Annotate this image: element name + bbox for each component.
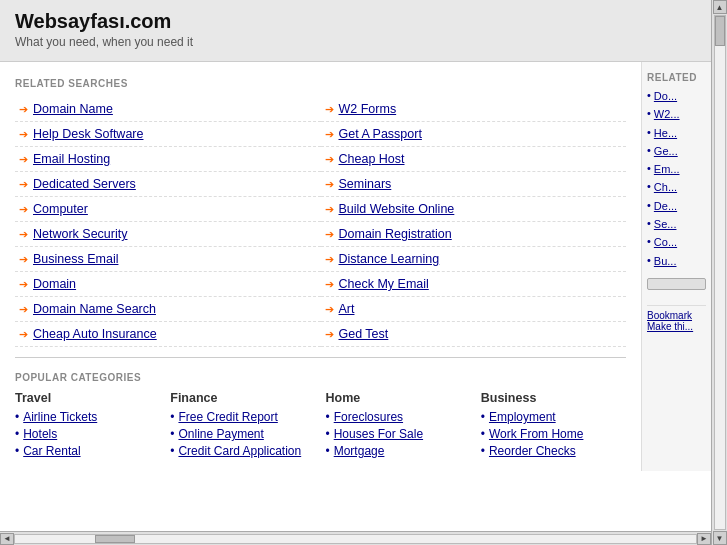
related-link-seminars[interactable]: Seminars bbox=[339, 177, 392, 191]
related-link-ged-test[interactable]: Ged Test bbox=[339, 327, 389, 341]
category-list-2: ForeclosuresHouses For SaleMortgage bbox=[326, 410, 471, 458]
category-list-item: Airline Tickets bbox=[15, 410, 160, 424]
category-finance: FinanceFree Credit ReportOnline PaymentC… bbox=[170, 391, 315, 461]
category-list-item: Foreclosures bbox=[326, 410, 471, 424]
site-title: Websayfası.com bbox=[15, 10, 696, 33]
category-title-1: Finance bbox=[170, 391, 315, 405]
sidebar-link-s-get[interactable]: Ge... bbox=[654, 144, 678, 158]
sidebar-items: •Do...•W2...•He...•Ge...•Em...•Ch...•De.… bbox=[647, 89, 706, 268]
scroll-up-arrow[interactable]: ▲ bbox=[713, 0, 727, 14]
category-title-2: Home bbox=[326, 391, 471, 405]
sidebar-link-s-build[interactable]: Bu... bbox=[654, 254, 677, 268]
related-link-art[interactable]: Art bbox=[339, 302, 355, 316]
make-label[interactable]: Make thi... bbox=[647, 321, 706, 332]
arrow-icon: ➔ bbox=[325, 203, 334, 216]
sidebar-link-s-dedicated[interactable]: De... bbox=[654, 199, 677, 213]
arrow-icon: ➔ bbox=[325, 253, 334, 266]
right-sidebar: RELATED •Do...•W2...•He...•Ge...•Em...•C… bbox=[641, 62, 711, 471]
site-subtitle: What you need, when you need it bbox=[15, 35, 696, 49]
related-link-domain-name-search[interactable]: Domain Name Search bbox=[33, 302, 156, 316]
arrow-icon: ➔ bbox=[325, 103, 334, 116]
popular-section: POPULAR CATEGORIES TravelAirline Tickets… bbox=[15, 357, 626, 461]
category-link-online-payment[interactable]: Online Payment bbox=[178, 427, 263, 441]
category-link-airline-tickets[interactable]: Airline Tickets bbox=[23, 410, 97, 424]
arrow-icon: ➔ bbox=[19, 153, 28, 166]
h-scroll-track[interactable] bbox=[14, 534, 697, 544]
arrow-icon: ➔ bbox=[325, 178, 334, 191]
related-right-item-check-my-email: ➔Check My Email bbox=[321, 272, 627, 297]
sidebar-item-s-domain: •Do... bbox=[647, 89, 706, 103]
category-link-free-credit-report[interactable]: Free Credit Report bbox=[178, 410, 277, 424]
category-link-houses-for-sale[interactable]: Houses For Sale bbox=[334, 427, 423, 441]
category-link-credit-card-application[interactable]: Credit Card Application bbox=[178, 444, 301, 458]
category-link-mortgage[interactable]: Mortgage bbox=[334, 444, 385, 458]
bullet-icon: • bbox=[647, 180, 651, 192]
sidebar-scrollbar[interactable] bbox=[647, 278, 706, 290]
related-link-cheap-auto-insurance[interactable]: Cheap Auto Insurance bbox=[33, 327, 157, 341]
bookmark-label[interactable]: Bookmark bbox=[647, 310, 706, 321]
bullet-icon: • bbox=[647, 107, 651, 119]
related-right-item-cheap-host: ➔Cheap Host bbox=[321, 147, 627, 172]
related-link-dedicated-servers[interactable]: Dedicated Servers bbox=[33, 177, 136, 191]
sidebar-link-s-seminars[interactable]: Se... bbox=[654, 217, 677, 231]
arrow-icon: ➔ bbox=[19, 253, 28, 266]
arrow-icon: ➔ bbox=[325, 228, 334, 241]
related-link-email-hosting[interactable]: Email Hosting bbox=[33, 152, 110, 166]
scroll-thumb[interactable] bbox=[715, 16, 725, 46]
related-right-item-art: ➔Art bbox=[321, 297, 627, 322]
related-link-help-desk-software[interactable]: Help Desk Software bbox=[33, 127, 143, 141]
category-business: BusinessEmploymentWork From HomeReorder … bbox=[481, 391, 626, 461]
scroll-left-arrow[interactable]: ◄ bbox=[0, 533, 14, 545]
related-right-col: ➔W2 Forms➔Get A Passport➔Cheap Host➔Semi… bbox=[321, 97, 627, 347]
sidebar-item-s-computer: •Co... bbox=[647, 235, 706, 249]
sidebar-link-s-email[interactable]: Em... bbox=[654, 162, 680, 176]
related-left-item-help-desk-software: ➔Help Desk Software bbox=[15, 122, 321, 147]
related-link-business-email[interactable]: Business Email bbox=[33, 252, 118, 266]
arrow-icon: ➔ bbox=[19, 128, 28, 141]
category-list-item: Hotels bbox=[15, 427, 160, 441]
related-link-domain[interactable]: Domain bbox=[33, 277, 76, 291]
related-link-domain-name[interactable]: Domain Name bbox=[33, 102, 113, 116]
related-link-network-security[interactable]: Network Security bbox=[33, 227, 127, 241]
related-link-get-a-passport[interactable]: Get A Passport bbox=[339, 127, 422, 141]
sidebar-link-s-computer[interactable]: Co... bbox=[654, 235, 677, 249]
related-link-check-my-email[interactable]: Check My Email bbox=[339, 277, 429, 291]
h-scroll-thumb[interactable] bbox=[95, 535, 135, 543]
sidebar-item-s-cheap: •Ch... bbox=[647, 180, 706, 194]
category-list-item: Employment bbox=[481, 410, 626, 424]
sidebar-link-s-w2[interactable]: W2... bbox=[654, 107, 680, 121]
scroll-down-arrow[interactable]: ▼ bbox=[713, 531, 727, 545]
category-link-work-from-home[interactable]: Work From Home bbox=[489, 427, 583, 441]
category-list-item: Credit Card Application bbox=[170, 444, 315, 458]
sidebar-link-s-cheap[interactable]: Ch... bbox=[654, 180, 677, 194]
scroll-right-arrow[interactable]: ► bbox=[697, 533, 711, 545]
related-left-item-domain-name: ➔Domain Name bbox=[15, 97, 321, 122]
related-link-build-website-online[interactable]: Build Website Online bbox=[339, 202, 455, 216]
scroll-track[interactable] bbox=[714, 15, 726, 530]
related-link-domain-registration[interactable]: Domain Registration bbox=[339, 227, 452, 241]
category-link-reorder-checks[interactable]: Reorder Checks bbox=[489, 444, 576, 458]
category-list-item: Car Rental bbox=[15, 444, 160, 458]
category-link-hotels[interactable]: Hotels bbox=[23, 427, 57, 441]
category-link-foreclosures[interactable]: Foreclosures bbox=[334, 410, 403, 424]
related-link-w2-forms[interactable]: W2 Forms bbox=[339, 102, 397, 116]
arrow-icon: ➔ bbox=[325, 328, 334, 341]
related-left-item-business-email: ➔Business Email bbox=[15, 247, 321, 272]
arrow-icon: ➔ bbox=[325, 303, 334, 316]
category-link-employment[interactable]: Employment bbox=[489, 410, 556, 424]
horizontal-scrollbar[interactable]: ◄ ► bbox=[0, 531, 711, 545]
related-link-computer[interactable]: Computer bbox=[33, 202, 88, 216]
sidebar-item-s-dedicated: •De... bbox=[647, 199, 706, 213]
sidebar-link-s-help[interactable]: He... bbox=[654, 126, 677, 140]
bullet-icon: • bbox=[647, 144, 651, 156]
vertical-scrollbar[interactable]: ▲ ▼ bbox=[711, 0, 727, 545]
related-link-distance-learning[interactable]: Distance Learning bbox=[339, 252, 440, 266]
related-left-item-computer: ➔Computer bbox=[15, 197, 321, 222]
category-link-car-rental[interactable]: Car Rental bbox=[23, 444, 80, 458]
related-link-cheap-host[interactable]: Cheap Host bbox=[339, 152, 405, 166]
related-right-item-ged-test: ➔Ged Test bbox=[321, 322, 627, 347]
sidebar-link-s-domain[interactable]: Do... bbox=[654, 89, 677, 103]
related-right-item-seminars: ➔Seminars bbox=[321, 172, 627, 197]
sidebar-item-s-seminars: •Se... bbox=[647, 217, 706, 231]
category-list-item: Reorder Checks bbox=[481, 444, 626, 458]
